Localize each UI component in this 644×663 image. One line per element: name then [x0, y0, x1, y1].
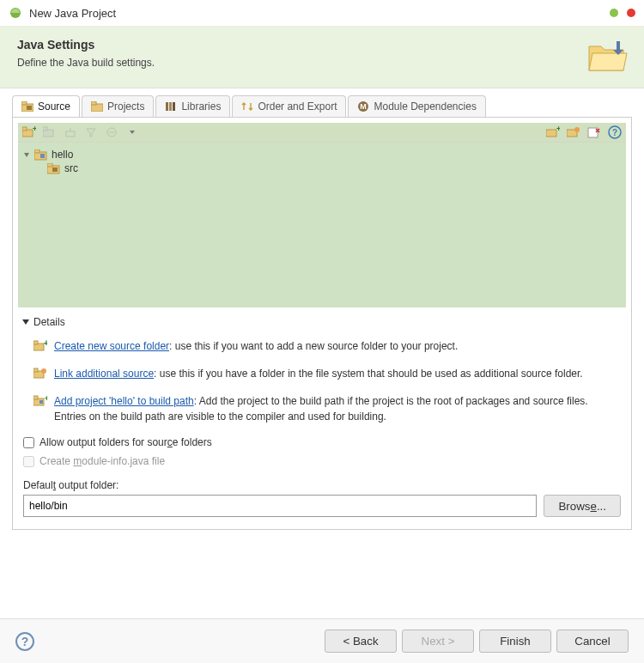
svg-rect-28	[40, 154, 45, 158]
add-source-folder-button[interactable]: +	[21, 125, 37, 140]
add-folder-toolbar-icon[interactable]: +	[545, 125, 561, 140]
cancel-button[interactable]: Cancel	[556, 630, 629, 653]
source-folder-icon	[21, 101, 33, 112]
svg-rect-9	[173, 102, 175, 111]
remove-folder-toolbar-icon[interactable]	[586, 125, 602, 140]
link-source-link[interactable]: Link additional source	[54, 368, 154, 380]
details-section: Details + Create new source folder: use …	[18, 316, 626, 433]
tab-order-label: Order and Export	[258, 100, 337, 113]
allow-output-checkbox[interactable]	[23, 437, 34, 448]
create-source-folder-item: + Create new source folder: use this if …	[21, 335, 623, 362]
tab-projects[interactable]: Projects	[82, 95, 154, 117]
content-area: Source Projects Libraries Order and Expo…	[0, 88, 644, 618]
tab-bar: Source Projects Libraries Order and Expo…	[12, 95, 632, 118]
svg-rect-19	[546, 130, 556, 137]
tab-modules-label: Module Dependencies	[374, 100, 476, 113]
remove-button	[104, 125, 119, 140]
source-folder-tree-icon	[47, 163, 61, 174]
browse-button[interactable]: Browse...	[544, 495, 621, 517]
svg-rect-7	[166, 102, 168, 111]
tree-root-row[interactable]: hello	[23, 148, 621, 161]
next-button: Next >	[402, 630, 474, 653]
svg-rect-31	[52, 167, 58, 172]
details-label: Details	[33, 316, 65, 328]
minimize-icon[interactable]	[610, 9, 618, 17]
svg-text:?: ?	[612, 128, 617, 137]
tab-libraries[interactable]: Libraries	[155, 95, 230, 117]
app-icon	[9, 6, 22, 20]
create-module-label: Create module-info.java file	[39, 455, 165, 467]
project-folder-icon	[34, 149, 48, 161]
back-button[interactable]: < Back	[325, 630, 397, 653]
window-controls	[610, 9, 635, 17]
details-toggle[interactable]: Details	[21, 316, 623, 328]
add-project-link[interactable]: Add project 'hello' to build path	[54, 395, 194, 407]
add-project-item: + Add project 'hello' to build path: Add…	[21, 390, 623, 433]
create-module-checkbox	[23, 456, 34, 467]
svg-rect-8	[169, 102, 172, 111]
tab-order-export[interactable]: Order and Export	[232, 95, 346, 117]
source-toolbar: + + ?	[18, 123, 626, 143]
svg-rect-4	[27, 106, 32, 110]
tab-projects-label: Projects	[107, 100, 144, 113]
dropdown-icon[interactable]	[125, 125, 140, 140]
svg-rect-17	[66, 131, 75, 137]
edit-button	[63, 125, 78, 140]
close-icon[interactable]	[627, 9, 635, 17]
svg-rect-30	[47, 163, 52, 167]
module-icon: M	[357, 100, 369, 113]
tree-src-label: src	[64, 162, 78, 174]
allow-output-checkbox-row: Allow output folders for source folders	[18, 433, 626, 452]
svg-text:+: +	[45, 395, 47, 403]
help-button[interactable]: ?	[15, 632, 34, 651]
svg-text:+: +	[44, 340, 47, 348]
create-source-folder-text: : use this if you want to add a new sour…	[169, 340, 458, 352]
svg-rect-36	[33, 368, 38, 372]
source-tree: hello src	[18, 143, 626, 307]
create-module-checkbox-row: Create module-info.java file	[18, 452, 626, 471]
svg-rect-39	[33, 396, 38, 399]
allow-output-label[interactable]: Allow output folders for source folders	[39, 436, 212, 448]
wizard-header: Java Settings Define the Java build sett…	[0, 26, 644, 88]
link-source-item: Link additional source: use this if you …	[21, 362, 623, 390]
tab-module-deps[interactable]: M Module Dependencies	[348, 95, 485, 117]
svg-text:M: M	[361, 102, 368, 111]
svg-rect-16	[43, 127, 47, 131]
tab-source-label: Source	[38, 100, 70, 113]
tree-src-row[interactable]: src	[23, 161, 621, 175]
svg-point-22	[574, 127, 580, 132]
svg-rect-40	[39, 400, 43, 404]
header-folder-icon	[586, 38, 627, 72]
libraries-icon	[165, 101, 177, 112]
dialog-window: New Java Project Java Settings Define th…	[0, 0, 644, 663]
link-source-icon	[33, 368, 47, 381]
help-toolbar-icon[interactable]: ?	[607, 125, 623, 140]
svg-rect-3	[21, 101, 27, 105]
title-bar: New Java Project	[0, 0, 644, 26]
finish-button[interactable]: Finish	[479, 630, 551, 653]
filter-button	[83, 125, 99, 140]
order-icon	[241, 101, 253, 112]
tab-panel-source: + + ? hello	[12, 118, 632, 530]
link-source-button	[42, 125, 58, 140]
link-source-text: : use this if you have a folder in the f…	[154, 368, 583, 380]
link-folder-toolbar-icon[interactable]	[566, 125, 581, 140]
projects-icon	[91, 101, 103, 112]
svg-point-37	[41, 368, 46, 374]
wizard-footer: ? < Back Next > Finish Cancel	[0, 618, 644, 663]
svg-text:+: +	[556, 126, 560, 133]
window-title: New Java Project	[29, 7, 610, 20]
svg-rect-13	[22, 127, 27, 131]
page-title: Java Settings	[17, 38, 586, 52]
output-folder-label: Default output folder:	[23, 479, 626, 491]
svg-rect-33	[33, 341, 38, 344]
new-folder-icon: +	[33, 340, 47, 354]
tab-source[interactable]: Source	[12, 95, 80, 117]
output-folder-row: Browse...	[18, 495, 626, 524]
create-source-folder-link[interactable]: Create new source folder	[54, 340, 169, 352]
svg-rect-6	[91, 101, 96, 105]
output-folder-input[interactable]	[23, 495, 537, 517]
svg-text:+: +	[33, 126, 36, 133]
tab-libraries-label: Libraries	[181, 100, 221, 113]
add-project-icon: +	[33, 395, 47, 409]
